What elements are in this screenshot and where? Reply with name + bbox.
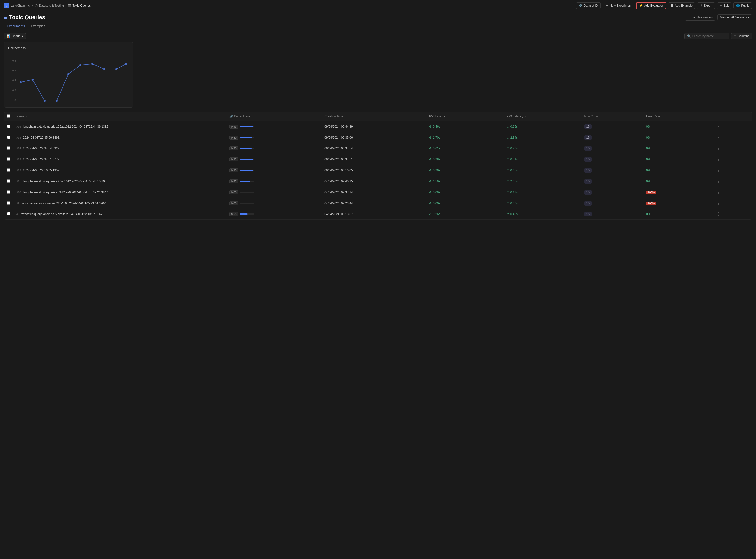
col-name[interactable]: Name ↕ (14, 112, 226, 121)
row-correctness: 0.90 (226, 165, 321, 176)
svg-point-15 (79, 64, 82, 66)
row-checkbox[interactable] (4, 143, 14, 154)
table-header-row: Name ↕ 🔗 Correctness ↕ Creation Time ↓ P… (4, 112, 752, 121)
row-checkbox[interactable] (4, 154, 14, 165)
table-row[interactable]: #10langchain-ai/toxic-queries:c3d61ee6 2… (4, 187, 752, 198)
row-more-menu[interactable]: ⋮ (712, 132, 752, 143)
svg-point-13 (55, 100, 58, 102)
link-icon: 🔗 (579, 4, 582, 7)
row-name: #11langchain-ai/toxic-queries:26ab1012 2… (14, 176, 226, 187)
row-more-menu[interactable]: ⋮ (712, 198, 752, 209)
select-all-checkbox[interactable] (4, 112, 14, 121)
row-more-menu[interactable]: ⋮ (712, 154, 752, 165)
table-row[interactable]: #9langchain-ai/toxic-queries:22fa2c6b 20… (4, 198, 752, 209)
row-p99: ⏱2.35s (504, 176, 581, 187)
public-button[interactable]: 🌐 Public (733, 2, 752, 9)
row-run-count: 15 (581, 154, 643, 165)
svg-point-12 (44, 100, 46, 102)
row-more-menu[interactable]: ⋮ (712, 121, 752, 132)
row-run-count: 15 (581, 187, 643, 198)
chart-icon: 📊 (7, 35, 10, 38)
row-more-menu[interactable]: ⋮ (712, 187, 752, 198)
export-button[interactable]: ⬇ Export (697, 2, 715, 9)
row-p99: ⏱0.65s (504, 121, 581, 132)
viewing-all-versions-button[interactable]: Viewing All Versions ▾ (717, 15, 752, 20)
row-more-menu[interactable]: ⋮ (712, 143, 752, 154)
col-p50-latency[interactable]: P50 Latency ↕ (426, 112, 504, 121)
row-checkbox[interactable] (4, 209, 14, 220)
row-more-menu[interactable]: ⋮ (712, 176, 752, 187)
row-name: #8wfh/toxic-query-labeler:a72b2e3c 2024-… (14, 209, 226, 220)
page-header: ☰ Toxic Queries ＋ Tag this version Viewi… (0, 12, 756, 22)
row-p50: ⏱0.61s (426, 143, 504, 154)
table-row[interactable]: #11langchain-ai/toxic-queries:26ab1012 2… (4, 176, 752, 187)
row-correctness: 0.67 (226, 176, 321, 187)
error-rate-badge: 100% (646, 202, 656, 205)
table-row[interactable]: #142024-04-08T22:34:54.532Z 0.80 09/04/2… (4, 143, 752, 154)
more-options-button[interactable]: ⋮ (715, 167, 722, 173)
row-p99: ⏱0.76s (504, 143, 581, 154)
plus-icon: ＋ (605, 3, 608, 8)
add-evaluator-button[interactable]: ⚡ Add Evaluator (636, 2, 666, 9)
row-checkbox[interactable] (4, 176, 14, 187)
row-checkbox[interactable] (4, 165, 14, 176)
row-more-menu[interactable]: ⋮ (712, 165, 752, 176)
tag-version-button[interactable]: ＋ Tag this version (685, 14, 715, 21)
row-run-count: 15 (581, 132, 643, 143)
dataset-id-button[interactable]: 🔗 Dataset ID (576, 2, 601, 9)
edit-button[interactable]: ✏ Edit (717, 2, 732, 9)
more-options-button[interactable]: ⋮ (715, 146, 722, 151)
row-p50: ⏱0.00s (426, 198, 504, 209)
row-creation-time: 09/04/2024, 00:10:05 (321, 165, 426, 176)
row-run-count: 15 (581, 165, 643, 176)
more-options-button[interactable]: ⋮ (715, 189, 722, 195)
svg-point-11 (31, 79, 33, 81)
table-row[interactable]: #8wfh/toxic-query-labeler:a72b2e3c 2024-… (4, 209, 752, 220)
col-correctness[interactable]: 🔗 Correctness ↕ (226, 112, 321, 121)
row-error-rate: 0% (643, 154, 712, 165)
more-options-button[interactable]: ⋮ (715, 200, 722, 206)
table-row[interactable]: #152024-04-08T22:35:06.849Z 0.80 09/04/2… (4, 132, 752, 143)
row-p50: ⏱0.09s (426, 187, 504, 198)
row-checkbox[interactable] (4, 198, 14, 209)
col-creation-time[interactable]: Creation Time ↓ (321, 112, 426, 121)
row-creation-time: 09/04/2024, 00:44:39 (321, 121, 426, 132)
svg-point-10 (20, 81, 22, 83)
row-error-rate: 0% (643, 121, 712, 132)
more-options-button[interactable]: ⋮ (715, 178, 722, 184)
col-error-rate[interactable]: Error Rate ↕ (643, 112, 712, 121)
row-checkbox[interactable] (4, 132, 14, 143)
col-run-count[interactable]: Run Count (581, 112, 643, 121)
row-checkbox[interactable] (4, 121, 14, 132)
search-box[interactable]: 🔍 (684, 33, 729, 39)
charts-button[interactable]: 📊 Charts ▾ (4, 33, 26, 39)
table-row[interactable]: #16langchain-ai/toxic-queries:26ab1012 2… (4, 121, 752, 132)
row-name: #152024-04-08T22:35:06.849Z (14, 132, 226, 143)
top-actions: 🔗 Dataset ID ＋ New Experiment ⚡ Add Eval… (576, 2, 752, 9)
error-rate-value: 0% (646, 125, 650, 128)
row-p99: ⏱0.45s (504, 165, 581, 176)
breadcrumb-section[interactable]: Datasets & Testing (39, 4, 64, 7)
more-options-button[interactable]: ⋮ (715, 124, 722, 129)
search-input[interactable] (692, 35, 726, 38)
row-checkbox[interactable] (4, 187, 14, 198)
toolbar-right: 🔍 ⊞ Columns (684, 33, 752, 39)
tab-experiments[interactable]: Experiments (4, 22, 28, 30)
col-p99-latency[interactable]: P99 Latency ↕ (504, 112, 581, 121)
tab-examples[interactable]: Examples (28, 22, 48, 30)
add-example-button[interactable]: ☰ Add Example (668, 2, 695, 9)
breadcrumb-org[interactable]: LangChain Inc. (10, 4, 31, 7)
more-options-button[interactable]: ⋮ (715, 135, 722, 140)
svg-point-17 (104, 68, 105, 70)
table-row[interactable]: #132024-04-08T22:34:51.377Z 0.93 09/04/2… (4, 154, 752, 165)
table-row[interactable]: #122024-04-08T22:10:05.135Z 0.90 09/04/2… (4, 165, 752, 176)
more-options-button[interactable]: ⋮ (715, 156, 722, 162)
columns-button[interactable]: ⊞ Columns (731, 33, 752, 39)
row-p50: ⏱0.28s (426, 154, 504, 165)
more-options-button[interactable]: ⋮ (715, 211, 722, 217)
edit-icon: ✏ (720, 4, 723, 7)
new-experiment-button[interactable]: ＋ New Experiment (603, 2, 634, 9)
page-title: Toxic Queries (9, 14, 45, 21)
breadcrumb-page: Toxic Queries (73, 4, 91, 7)
row-more-menu[interactable]: ⋮ (712, 209, 752, 220)
